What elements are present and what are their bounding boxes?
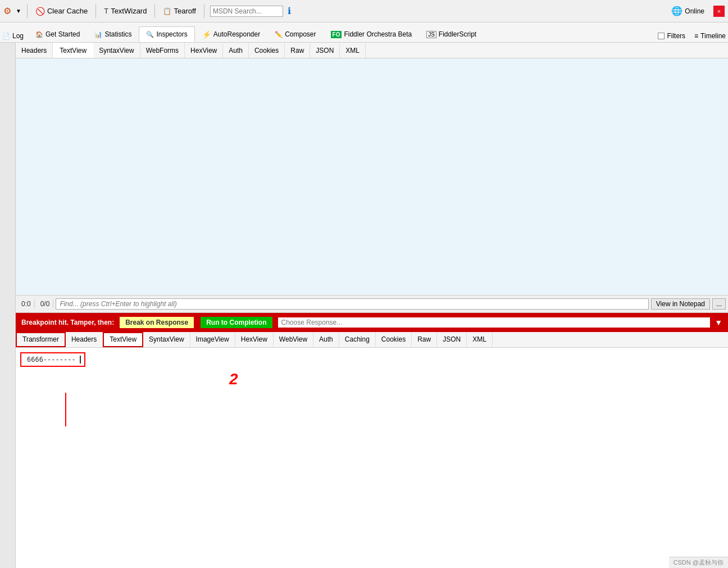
resp-tab-cookies[interactable]: Cookies	[376, 332, 412, 347]
resp-tab-transformer[interactable]: Transformer	[16, 332, 66, 347]
tab-composer[interactable]: ✏️ Composer	[267, 26, 323, 42]
tab-fiddler-script[interactable]: JS FiddlerScript	[419, 26, 484, 42]
find-bar: 0:0 0/0 View in Notepad ...	[16, 295, 728, 313]
req-tab-xml[interactable]: XML	[340, 43, 366, 58]
req-tab-syntaxview[interactable]: SyntaxView	[93, 43, 140, 58]
fiddler-orchestra-icon: FO	[331, 31, 342, 38]
cursor-coords-1: 0:0	[18, 300, 35, 308]
clear-cache-button[interactable]: 🚫 Clear Cache	[33, 6, 90, 17]
clear-cache-icon: 🚫	[35, 7, 45, 16]
req-tab-textview[interactable]: TextView	[53, 43, 93, 58]
resp-tab-headers[interactable]: Headers	[66, 332, 103, 347]
text-wizard-icon: T	[104, 7, 108, 15]
msdn-search-input[interactable]	[210, 6, 283, 17]
tearoff-button[interactable]: 📋 Tearoff	[161, 6, 198, 16]
resp-tab-textview[interactable]: TextView	[103, 332, 143, 347]
composer-icon: ✏️	[275, 31, 283, 38]
resp-tab-hexview[interactable]: HexView	[235, 332, 274, 347]
online-icon: 🌐	[671, 6, 683, 16]
choose-response-dropdown-icon[interactable]: ▼	[715, 318, 722, 327]
timeline-item[interactable]: ≡ Timeline	[694, 32, 726, 40]
resp-tab-xml[interactable]: XML	[467, 332, 493, 347]
resp-tab-auth[interactable]: Auth	[313, 332, 339, 347]
req-tab-raw[interactable]: Raw	[285, 43, 310, 58]
find-input[interactable]	[56, 298, 648, 310]
annotation-number-2: 2	[229, 370, 238, 388]
text-wizard-button[interactable]: T TextWizard	[102, 6, 149, 16]
more-options-button[interactable]: ...	[712, 298, 726, 310]
tearoff-icon: 📋	[163, 7, 171, 15]
run-to-completion-button[interactable]: Run to Completion	[199, 316, 273, 329]
log-item[interactable]: 📄 Log	[2, 32, 24, 40]
resp-tab-syntaxview[interactable]: SyntaxView	[143, 332, 190, 347]
get-started-icon: 🏠	[35, 31, 43, 38]
tab-auto-responder[interactable]: ⚡ AutoResponder	[195, 26, 267, 42]
resp-tab-webview[interactable]: WebView	[274, 332, 313, 347]
req-tab-hexview[interactable]: HexView	[185, 43, 223, 58]
top-toolbar: ⚙ ▼ 🚫 Clear Cache T TextWizard 📋 Tearoff…	[0, 0, 728, 22]
choose-response-input[interactable]	[278, 317, 711, 328]
timeline-icon: ≡	[694, 32, 698, 40]
auto-responder-icon: ⚡	[202, 30, 211, 39]
response-body-area: 6666-------- 2	[16, 348, 728, 569]
request-body-area	[16, 58, 728, 295]
fiddler-script-icon: JS	[426, 31, 436, 38]
online-button[interactable]: 🌐 Online	[671, 6, 704, 16]
req-tab-json[interactable]: JSON	[310, 43, 340, 58]
req-tab-auth[interactable]: Auth	[223, 43, 249, 58]
req-tab-headers[interactable]: Headers	[16, 43, 53, 58]
response-tabs-nav: Transformer Headers TextView SyntaxView …	[16, 332, 728, 348]
status-bar: CSDN @孟秋与你	[669, 557, 728, 568]
filters-checkbox[interactable]	[658, 33, 665, 39]
response-text-box: 6666--------	[20, 352, 85, 367]
dropdown-arrow-icon[interactable]: ▼	[16, 8, 21, 14]
req-tab-webforms[interactable]: WebForms	[140, 43, 185, 58]
tab-get-started[interactable]: 🏠 Get Started	[28, 26, 87, 42]
inspectors-icon: 🔍	[146, 31, 154, 38]
breakpoint-bar: Breakpoint hit. Tamper, then: Break on R…	[16, 313, 728, 332]
req-tab-cookies[interactable]: Cookies	[249, 43, 285, 58]
request-tabs-nav: Headers TextView SyntaxView WebForms Hex…	[16, 43, 728, 58]
breakpoint-message: Breakpoint hit. Tamper, then:	[21, 319, 114, 326]
tab-statistics[interactable]: 📊 Statistics	[87, 26, 139, 42]
annotation-vertical-line	[65, 393, 66, 426]
tab-fiddler-orchestra[interactable]: FO Fiddler Orchestra Beta	[324, 26, 420, 42]
cursor-coords-2: 0/0	[37, 300, 54, 308]
break-on-response-button[interactable]: Break on Response	[119, 316, 195, 329]
tab-inspectors[interactable]: 🔍 Inspectors	[139, 26, 194, 42]
main-content-area: Headers TextView SyntaxView WebForms Hex…	[16, 43, 728, 568]
statistics-icon: 📊	[94, 31, 102, 38]
fiddler-icon: ⚙	[3, 6, 11, 16]
left-sidebar	[0, 43, 16, 568]
main-layout: Headers TextView SyntaxView WebForms Hex…	[0, 43, 728, 568]
log-icon: 📄	[2, 33, 10, 40]
close-button[interactable]: ×	[713, 6, 725, 17]
resp-tab-raw[interactable]: Raw	[412, 332, 437, 347]
help-icon[interactable]: ℹ	[288, 6, 291, 16]
resp-tab-imageview[interactable]: ImageView	[190, 332, 235, 347]
resp-tab-json[interactable]: JSON	[437, 332, 467, 347]
text-cursor	[80, 356, 81, 363]
resp-tab-caching[interactable]: Caching	[339, 332, 376, 347]
filters-item[interactable]: Filters	[658, 32, 685, 40]
response-text-content: 6666--------	[25, 353, 78, 366]
view-in-notepad-button[interactable]: View in Notepad	[651, 298, 710, 310]
